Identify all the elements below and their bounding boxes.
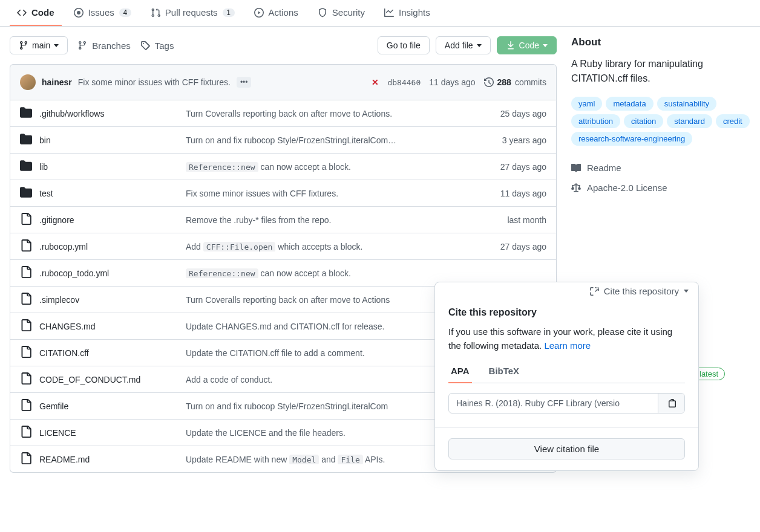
ellipsis-button[interactable]: ••• [237, 77, 252, 88]
file-commit-message[interactable]: Fix some minor issues with CFF fixtures. [186, 189, 493, 198]
play-icon [254, 8, 264, 18]
file-name[interactable]: .simplecov [39, 295, 179, 305]
commit-message[interactable]: Fix some minor issues with CFF fixtures. [78, 77, 231, 87]
commits-label: commits [515, 77, 546, 87]
law-icon [571, 183, 581, 193]
graph-icon [384, 8, 394, 18]
license-label: Apache-2.0 License [587, 183, 667, 193]
code-icon [17, 8, 27, 18]
topic-tag[interactable]: research-software-engineering [571, 132, 692, 146]
file-commit-message[interactable]: Remove the .ruby-* files from the repo. [186, 215, 500, 225]
clipboard-icon [667, 398, 676, 408]
file-name[interactable]: CITATION.cff [39, 348, 179, 358]
tab-pull-requests[interactable]: Pull requests 1 [143, 0, 242, 26]
file-name[interactable]: Gemfile [39, 401, 179, 411]
tab-label: Issues [88, 7, 114, 18]
file-name[interactable]: .rubocop_todo.yml [39, 268, 179, 278]
file-time: 11 days ago [500, 189, 546, 198]
file-time: 27 days ago [500, 162, 546, 172]
learn-more-link[interactable]: Learn more [544, 340, 591, 351]
file-name[interactable]: .github/workflows [39, 109, 179, 118]
readme-link[interactable]: Readme [571, 158, 750, 178]
chevron-down-icon [54, 44, 59, 47]
file-icon [20, 372, 32, 386]
topic-tag[interactable]: attribution [571, 114, 620, 128]
file-time: 3 years ago [502, 135, 546, 145]
file-row: binTurn on and fix rubocop Style/FrozenS… [10, 127, 556, 154]
file-icon [20, 239, 32, 253]
file-commit-message[interactable]: Reference::new can now accept a block. [186, 162, 493, 172]
tags-label: Tags [155, 41, 174, 51]
status-fail-icon[interactable]: ✕ [372, 77, 379, 87]
goto-file-button[interactable]: Go to file [378, 36, 430, 54]
tab-code[interactable]: Code [10, 0, 62, 26]
file-name[interactable]: .rubocop.yml [39, 242, 179, 251]
copy-button[interactable] [658, 394, 684, 413]
tab-badge: 1 [223, 8, 235, 17]
format-tab-apa[interactable]: APA [448, 360, 472, 383]
commit-author[interactable]: hainesr [42, 77, 72, 87]
popover-text: If you use this software in your work, p… [448, 325, 685, 352]
tab-issues[interactable]: Issues 4 [67, 0, 139, 26]
tab-security[interactable]: Security [310, 0, 372, 26]
file-row: .rubocop.ymlAdd CFF::File.open which acc… [10, 233, 556, 260]
file-name[interactable]: bin [39, 135, 179, 145]
topic-tag[interactable]: standard [667, 114, 712, 128]
branch-selector[interactable]: main [10, 36, 68, 54]
avatar[interactable] [20, 74, 36, 90]
topic-tag[interactable]: citation [624, 114, 663, 128]
shield-icon [318, 8, 327, 18]
commits-link[interactable]: 288 commits [484, 77, 546, 87]
cross-ref-icon [589, 287, 599, 296]
cite-trigger[interactable]: Cite this repository [589, 286, 689, 296]
tab-label: Pull requests [165, 7, 218, 18]
file-icon [20, 266, 32, 280]
popover-title: Cite this repository [448, 307, 685, 318]
file-name[interactable]: CODE_OF_CONDUCT.md [39, 375, 179, 384]
toolbar: main Branches Tags Go to file Add file [10, 36, 557, 54]
topic-tag[interactable]: yaml [571, 97, 602, 111]
file-name[interactable]: CHANGES.md [39, 322, 179, 331]
about-heading: About [571, 36, 750, 48]
file-name[interactable]: LICENCE [39, 428, 179, 438]
pr-icon [151, 8, 160, 18]
tags-link[interactable]: Tags [140, 41, 174, 51]
tag-icon [140, 41, 150, 50]
file-name[interactable]: lib [39, 162, 179, 172]
tab-label: Insights [399, 7, 430, 18]
add-file-button[interactable]: Add file [436, 36, 491, 54]
file-commit-message[interactable]: Turn Coveralls reporting back on after m… [186, 109, 493, 118]
license-link[interactable]: Apache-2.0 License [571, 178, 750, 198]
file-icon [20, 346, 32, 360]
file-time: 27 days ago [500, 242, 546, 251]
commit-hash[interactable]: db84460 [387, 78, 421, 87]
issue-icon [74, 8, 84, 18]
tab-badge: 4 [119, 8, 131, 17]
topic-tag[interactable]: sustainability [657, 97, 716, 111]
file-row: .gitignoreRemove the .ruby-* files from … [10, 207, 556, 233]
file-commit-message[interactable]: Add CFF::File.open which accepts a block… [186, 242, 493, 251]
file-name[interactable]: .gitignore [39, 215, 179, 225]
file-icon [20, 293, 32, 307]
file-name[interactable]: test [39, 189, 179, 198]
file-commit-message[interactable]: Reference::new can now accept a block. [186, 268, 539, 278]
topic-tag[interactable]: credit [716, 114, 750, 128]
file-commit-message[interactable]: Turn on and fix rubocop Style/FrozenStri… [186, 135, 495, 145]
repo-tabs: Code Issues 4 Pull requests 1 Actions Se… [0, 0, 760, 27]
tab-actions[interactable]: Actions [247, 0, 306, 26]
folder-icon [20, 186, 32, 200]
latest-commit: hainesr Fix some minor issues with CFF f… [10, 64, 557, 100]
code-button[interactable]: Code [497, 36, 557, 54]
cite-popover: Cite this repository Cite this repositor… [434, 282, 699, 471]
tab-insights[interactable]: Insights [377, 0, 437, 26]
branches-link[interactable]: Branches [77, 41, 130, 51]
view-citation-button[interactable]: View citation file [448, 438, 685, 459]
readme-label: Readme [587, 163, 621, 173]
format-tab-bibtex[interactable]: BibTeX [486, 360, 522, 383]
cite-trigger-label: Cite this repository [604, 286, 679, 296]
topic-tag[interactable]: metadata [606, 97, 653, 111]
citation-text[interactable]: Haines R. (2018). Ruby CFF Library (vers… [449, 394, 658, 413]
file-icon [20, 319, 32, 333]
file-name[interactable]: README.md [39, 455, 179, 464]
tab-label: Code [31, 7, 54, 18]
